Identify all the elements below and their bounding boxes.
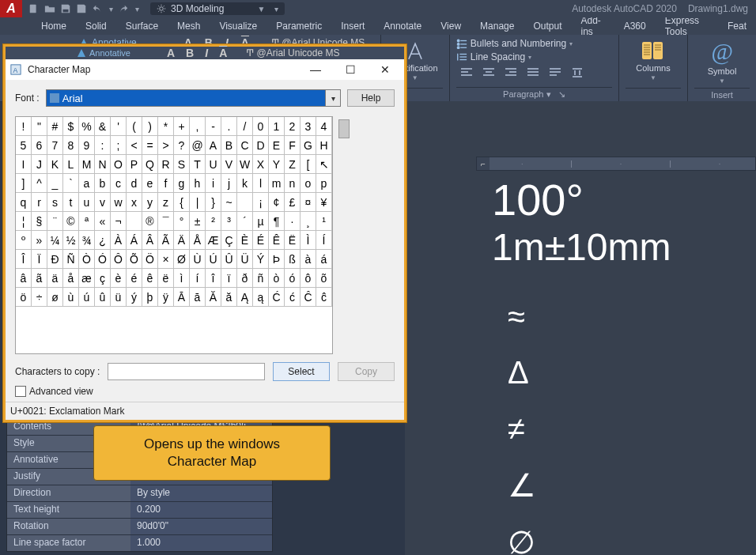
char-cell[interactable]: * [158,117,174,136]
char-cell[interactable]: â [16,269,32,288]
char-cell[interactable]: P [127,155,142,174]
char-cell[interactable]: J [32,155,47,174]
char-cell[interactable]: ; [111,136,127,155]
char-cell[interactable]: D [253,136,269,155]
char-cell[interactable]: ä [47,269,63,288]
char-cell[interactable]: | [190,193,206,212]
open-icon[interactable] [44,3,55,14]
char-cell[interactable]: Ì [301,231,316,250]
char-cell[interactable]: Ð [47,250,63,269]
char-cell[interactable]: 8 [63,136,79,155]
align-left-button[interactable] [456,65,477,81]
char-cell[interactable]: ± [190,212,206,231]
char-cell[interactable]: t [63,193,79,212]
char-cell[interactable]: p [316,174,332,193]
char-cell[interactable]: í [190,269,206,288]
char-cell[interactable]: Ë [285,231,301,250]
char-cell[interactable]: ª [79,212,95,231]
char-cell[interactable]: Ú [206,250,221,269]
char-cell[interactable]: ï [221,269,237,288]
char-cell[interactable]: j [221,174,237,193]
char-cell[interactable]: / [237,117,253,136]
char-cell[interactable]: . [221,117,237,136]
char-cell[interactable]: { [174,193,190,212]
char-cell[interactable]: ' [111,117,127,136]
char-cell[interactable]: f [158,174,174,193]
tab-insert[interactable]: Insert [331,18,374,34]
char-cell[interactable]: q [16,193,32,212]
new-icon[interactable] [28,3,40,14]
char-cell[interactable]: ì [174,269,190,288]
char-cell[interactable]: Ï [32,250,47,269]
char-cell[interactable]: e [142,174,158,193]
close-button[interactable]: ✕ [371,63,399,76]
char-cell[interactable]: ð [237,269,253,288]
help-button[interactable]: Help [347,89,395,107]
char-cell[interactable]: Ó [95,250,111,269]
char-cell[interactable]: 0 [253,117,269,136]
char-cell[interactable]: Ô [111,250,127,269]
char-cell[interactable]: 6 [32,136,47,155]
char-cell[interactable]: î [206,269,221,288]
char-cell[interactable]: Ê [269,231,285,250]
char-cell[interactable]: ~ [221,193,237,212]
char-cell[interactable] [237,193,253,212]
char-cell[interactable]: É [253,231,269,250]
char-cell[interactable]: < [127,136,142,155]
char-cell[interactable]: Í [316,231,332,250]
char-cell[interactable]: Ø [174,250,190,269]
char-cell[interactable]: á [316,250,332,269]
char-cell[interactable]: M [79,155,95,174]
tab-annotate[interactable]: Annotate [374,18,431,34]
char-cell[interactable]: ÷ [32,288,47,307]
char-cell[interactable]: ê [142,269,158,288]
workspace-selector[interactable]: 3D Modeling ▼ ▾ [150,2,285,15]
char-cell[interactable]: Ý [253,250,269,269]
char-cell[interactable]: ¬ [111,212,127,231]
align-justify-button[interactable] [523,65,543,81]
tab-view[interactable]: View [431,18,471,34]
tab-output[interactable]: Output [524,18,571,34]
char-cell[interactable]: + [174,117,190,136]
char-cell[interactable]: ) [142,117,158,136]
char-cell[interactable]: ô [301,269,316,288]
char-cell[interactable]: ↖ [316,155,332,174]
char-cell[interactable]: à [301,250,316,269]
char-cell[interactable]: ` [63,174,79,193]
char-cell[interactable]: ¡ [253,193,269,212]
char-cell[interactable]: ò [269,269,285,288]
char-cell[interactable]: a [79,174,95,193]
char-cell[interactable]: Ā [174,288,190,307]
char-cell[interactable]: ^ [32,174,47,193]
symbol-button[interactable]: @ Symbol ▼ [694,38,750,84]
char-cell[interactable]: s [47,193,63,212]
char-cell[interactable]: } [206,193,221,212]
char-cell[interactable]: Ã [158,231,174,250]
char-cell[interactable]: # [47,117,63,136]
save-icon[interactable] [60,3,71,14]
redo-icon[interactable] [118,3,129,14]
char-cell[interactable]: ¦ [16,212,32,231]
char-cell[interactable]: ¯ [158,212,174,231]
char-cell[interactable]: · [285,212,301,231]
char-cell[interactable]: 1 [269,117,285,136]
char-cell[interactable]: Y [269,155,285,174]
char-cell[interactable]: Î [16,250,32,269]
char-cell[interactable]: ¿ [95,231,111,250]
char-cell[interactable]: ó [285,269,301,288]
char-cell[interactable]: y [142,193,158,212]
char-cell[interactable]: x [127,193,142,212]
char-cell[interactable]: õ [316,269,332,288]
char-cell[interactable]: l [253,174,269,193]
char-cell[interactable]: Ñ [63,250,79,269]
align-dist-button[interactable] [545,65,565,81]
char-cell[interactable]: Ä [174,231,190,250]
char-cell[interactable]: è [111,269,127,288]
char-cell[interactable]: Å [190,231,206,250]
char-cell[interactable]: = [142,136,158,155]
tab-mesh[interactable]: Mesh [168,18,210,34]
char-cell[interactable]: À [111,231,127,250]
char-cell[interactable]: ³ [221,212,237,231]
char-cell[interactable]: ą [253,288,269,307]
tab-surface[interactable]: Surface [116,18,168,34]
